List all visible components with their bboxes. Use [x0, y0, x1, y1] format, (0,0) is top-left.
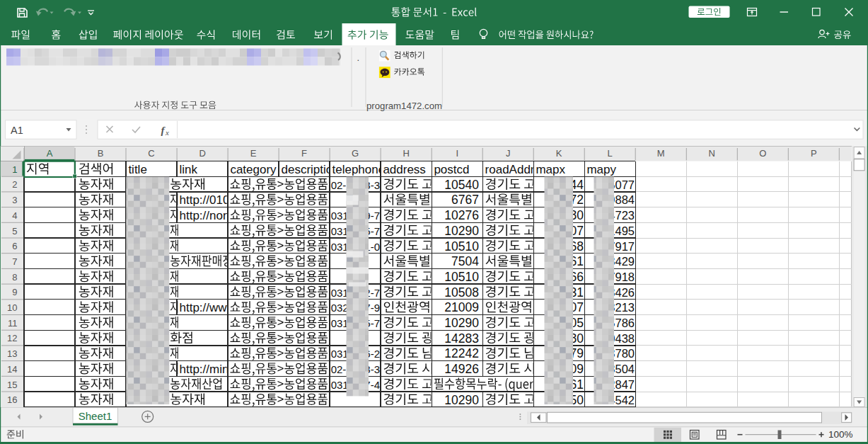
- svg-text:031: 031: [331, 379, 349, 391]
- svg-text:B: B: [98, 148, 104, 159]
- svg-text:.: .: [357, 52, 360, 63]
- svg-text:14926: 14926: [444, 362, 479, 376]
- svg-text:12: 12: [7, 333, 17, 343]
- svg-text:6: 6: [12, 241, 17, 251]
- svg-text:postcd: postcd: [434, 163, 469, 176]
- svg-text:category: category: [230, 163, 277, 176]
- svg-text:Sheet1: Sheet1: [79, 410, 112, 422]
- svg-text:10510: 10510: [444, 239, 479, 254]
- svg-text:10508: 10508: [444, 285, 479, 300]
- svg-text:02-: 02-: [331, 363, 347, 375]
- svg-text:031: 031: [331, 287, 349, 299]
- svg-text:L: L: [608, 148, 613, 159]
- svg-text:100%: 100%: [828, 429, 853, 440]
- svg-text:G: G: [352, 148, 359, 159]
- svg-text:4: 4: [12, 210, 17, 221]
- svg-text:8: 8: [12, 272, 17, 283]
- svg-text:031: 031: [331, 210, 349, 222]
- svg-text:K: K: [556, 148, 562, 159]
- svg-text:10510: 10510: [444, 270, 479, 284]
- svg-text:6767: 6767: [451, 193, 479, 207]
- svg-text:031: 031: [331, 225, 349, 237]
- svg-text:mapy: mapy: [586, 163, 616, 176]
- svg-text:5: 5: [12, 226, 17, 237]
- svg-text:C: C: [148, 148, 154, 159]
- svg-text:10: 10: [7, 302, 17, 313]
- svg-text:1: 1: [12, 164, 17, 175]
- svg-text:A1: A1: [11, 125, 23, 136]
- svg-text:2: 2: [12, 179, 17, 190]
- svg-text:031: 031: [331, 317, 349, 329]
- svg-text:9: 9: [12, 287, 17, 297]
- svg-text:10540: 10540: [444, 178, 479, 192]
- svg-text:P: P: [811, 148, 817, 159]
- svg-text:I: I: [456, 148, 458, 159]
- svg-text:7: 7: [12, 256, 17, 267]
- svg-text:031: 031: [331, 241, 349, 253]
- svg-text:telephone: telephone: [332, 163, 386, 176]
- svg-text:D: D: [199, 148, 205, 159]
- svg-text:11: 11: [8, 318, 18, 329]
- svg-text:13: 13: [7, 348, 17, 359]
- svg-text:7504: 7504: [451, 254, 479, 268]
- svg-text:E: E: [250, 148, 257, 159]
- svg-text:16: 16: [7, 394, 17, 405]
- svg-text:N: N: [709, 148, 715, 159]
- svg-text:address: address: [383, 163, 425, 176]
- svg-text:x: x: [165, 128, 169, 137]
- svg-text:14: 14: [7, 364, 17, 375]
- svg-text:10276: 10276: [444, 208, 479, 222]
- svg-text:21009: 21009: [444, 300, 479, 314]
- svg-text:A: A: [47, 148, 53, 159]
- svg-text:F: F: [301, 148, 307, 159]
- svg-text:mapx: mapx: [536, 163, 565, 176]
- svg-text:10290: 10290: [444, 316, 479, 330]
- svg-text:032: 032: [331, 302, 349, 314]
- svg-text:10290: 10290: [444, 393, 479, 407]
- svg-text:program1472.com: program1472.com: [366, 101, 442, 111]
- svg-text:15: 15: [7, 380, 17, 390]
- svg-text:O: O: [759, 148, 766, 159]
- svg-text:12242: 12242: [444, 346, 479, 360]
- svg-text:H: H: [403, 148, 409, 159]
- svg-text:031: 031: [331, 348, 349, 360]
- svg-text:link: link: [179, 163, 197, 176]
- svg-text:02-: 02-: [331, 179, 347, 191]
- svg-text:10290: 10290: [444, 224, 479, 238]
- svg-text:J: J: [506, 148, 511, 159]
- svg-text:14283: 14283: [444, 331, 479, 346]
- svg-text:M: M: [657, 148, 665, 159]
- svg-text:3: 3: [12, 195, 17, 205]
- svg-text:title: title: [128, 163, 146, 176]
